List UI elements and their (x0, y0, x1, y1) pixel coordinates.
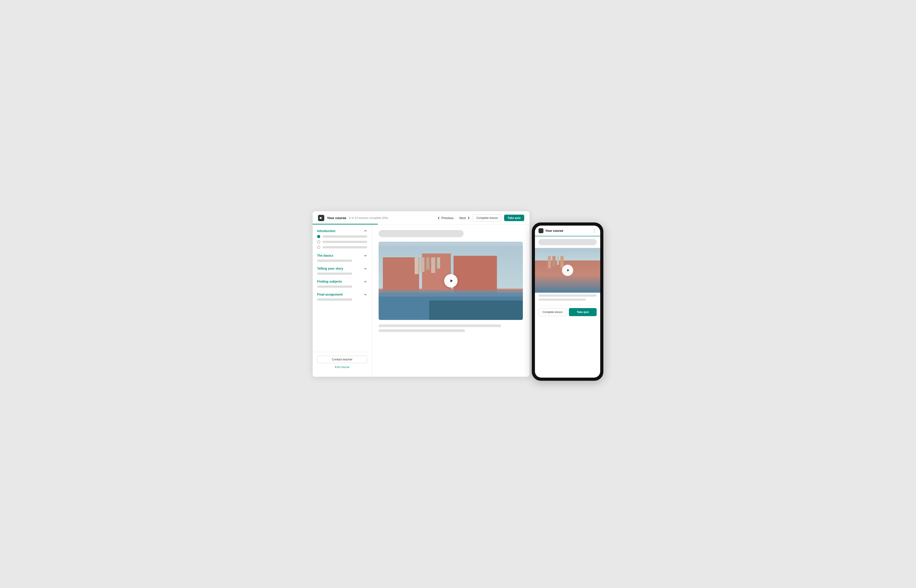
mobile-more-icon[interactable]: ⋮ (593, 228, 597, 233)
mobile-pillars (548, 256, 564, 268)
chevron-down-assignment-icon (363, 292, 367, 296)
mobile-play-icon (566, 268, 570, 272)
pillars-group (415, 257, 440, 274)
mobile-content-pill (538, 239, 597, 245)
mobile-mockup: Your course ⋮ (532, 223, 603, 381)
course-window: Your course 4 of 10 lessons complete (0%… (313, 211, 530, 377)
next-label: Next (459, 216, 466, 220)
section-assignment: Final assignment (317, 292, 367, 301)
mobile-line-2 (538, 299, 586, 301)
prev-label: Previous (441, 216, 454, 220)
introduction-title: Introduction (317, 229, 336, 233)
sidebar: Introduction (313, 225, 372, 377)
chevron-left-icon (437, 216, 441, 220)
chevron-right-icon (467, 216, 470, 220)
video-container[interactable] (379, 242, 523, 320)
mobile-screen: Your course ⋮ (535, 226, 600, 378)
content-area (372, 225, 530, 377)
chevron-down-basics-icon (363, 254, 367, 257)
mobile-video[interactable] (535, 248, 600, 292)
section-story-header[interactable]: Telling your story (317, 267, 367, 270)
next-button[interactable]: Next (457, 215, 473, 221)
section-subjects: Finding subjects (317, 280, 367, 288)
section-story: Telling your story (317, 267, 367, 275)
subjects-subline (317, 286, 352, 288)
radio-empty-1 (317, 240, 320, 244)
lesson-item-3[interactable] (317, 246, 367, 249)
basics-title: The basics (317, 254, 333, 257)
previous-button[interactable]: Previous (435, 215, 456, 221)
pillar-2 (420, 257, 425, 272)
topbar-actions: Complete lesson Take quiz (473, 215, 524, 221)
speaker-icon (319, 216, 323, 220)
take-quiz-button[interactable]: Take quiz (504, 215, 524, 221)
mobile-footer: Complete lesson Take quiz (535, 305, 600, 319)
radio-completed (317, 235, 320, 238)
section-basics-header[interactable]: The basics (317, 254, 367, 257)
mobile-header: Your course ⋮ (535, 226, 600, 236)
chevron-up-icon (363, 229, 367, 233)
lesson-line-1 (323, 236, 367, 237)
assignment-title: Final assignment (317, 292, 342, 296)
lesson-count: 4 of 10 lessons complete (0%) (349, 216, 388, 220)
m-pillar-4 (561, 256, 564, 268)
pool-dark (429, 300, 523, 320)
content-desc-line-2 (379, 330, 465, 332)
pillar-1 (415, 257, 418, 274)
mobile-quiz-button[interactable]: Take quiz (569, 308, 597, 316)
lesson-line-2 (323, 241, 367, 243)
complete-lesson-button[interactable]: Complete lesson (473, 215, 502, 221)
contact-teacher-button[interactable]: Contact teacher (317, 356, 367, 363)
section-introduction: Introduction (317, 229, 367, 249)
content-desc-line-1 (379, 325, 501, 327)
sidebar-footer: Contact teacher Exit course (313, 352, 372, 372)
scene: Your course 4 of 10 lessons complete (0%… (313, 211, 603, 377)
pillar-4 (431, 257, 435, 273)
pillar-5 (437, 257, 440, 268)
section-assignment-header[interactable]: Final assignment (317, 292, 367, 296)
chevron-down-story-icon (363, 267, 367, 270)
section-basics: The basics (317, 254, 367, 262)
mobile-play-button[interactable] (562, 265, 573, 276)
topbar-left: Your course 4 of 10 lessons complete (0%… (318, 215, 435, 221)
subjects-title: Finding subjects (317, 280, 342, 283)
mobile-course-icon (538, 228, 543, 233)
section-subjects-header[interactable]: Finding subjects (317, 280, 367, 283)
pillar-3 (426, 257, 430, 270)
m-pillar-2 (553, 256, 556, 267)
mobile-header-left: Your course (538, 228, 563, 233)
course-title: Your course (327, 216, 346, 220)
exit-course-link[interactable]: Exit course (317, 365, 367, 369)
mobile-line-1 (538, 294, 597, 297)
lesson-line-3 (323, 246, 367, 249)
play-button[interactable] (444, 274, 457, 288)
section-introduction-header[interactable]: Introduction (317, 229, 367, 233)
chevron-down-subjects-icon (363, 280, 367, 283)
m-pillar-1 (548, 256, 551, 268)
mobile-complete-button[interactable]: Complete lesson (538, 308, 567, 316)
content-title-pill (379, 230, 464, 237)
course-icon (318, 215, 324, 221)
topbar: Your course 4 of 10 lessons complete (0%… (313, 211, 530, 225)
story-subline (317, 273, 352, 275)
play-icon (449, 278, 454, 283)
main-layout: Introduction (313, 225, 530, 377)
ledge (379, 290, 523, 296)
assignment-subline (317, 299, 352, 301)
progress-bar (313, 224, 378, 225)
lesson-item-1[interactable] (317, 235, 367, 238)
m-pillar-3 (557, 256, 559, 265)
story-title: Telling your story (317, 267, 343, 270)
lesson-item-2[interactable] (317, 240, 367, 244)
svg-rect-0 (320, 217, 321, 219)
radio-empty-2 (317, 246, 320, 249)
topbar-nav: Previous Next (435, 215, 473, 221)
mobile-course-title: Your course (545, 229, 563, 233)
sidebar-content: Introduction (313, 229, 372, 350)
basics-subline (317, 260, 352, 262)
